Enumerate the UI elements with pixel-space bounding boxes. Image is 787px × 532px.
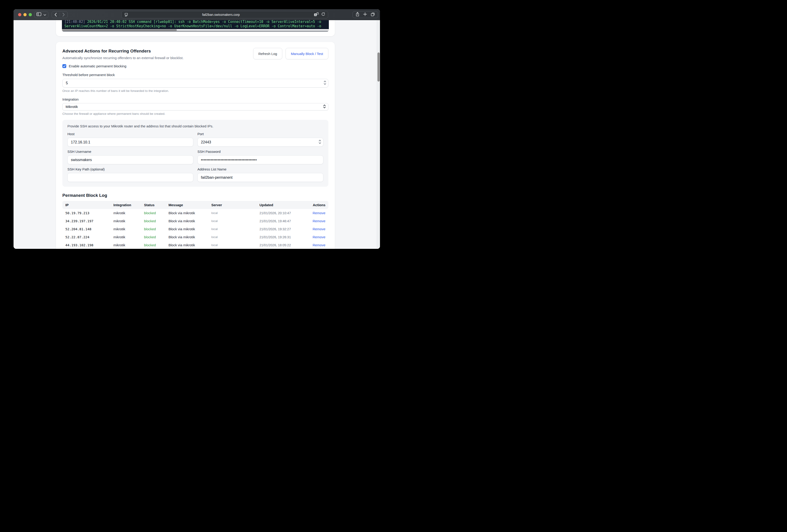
log-terminal: [21:40:02] 2026/01/21 20:40:02 SSH comma… (62, 20, 329, 31)
cell-integration: mikrotik (112, 233, 142, 241)
table-row: 52.22.87.224 mikrotik blocked Block via … (62, 233, 328, 241)
host-input[interactable] (67, 138, 193, 147)
vertical-scrollbar-thumb[interactable] (378, 52, 380, 82)
cell-integration: mikrotik (112, 209, 142, 217)
enable-blocking-checkbox[interactable] (62, 64, 66, 68)
sidebar-toggle-button[interactable] (34, 11, 48, 18)
cell-server: local (209, 225, 257, 233)
threshold-help: Once an IP reaches this number of bans i… (62, 89, 328, 93)
manually-block-test-button[interactable]: Manually Block / Test (285, 48, 328, 59)
block-log-title: Permanent Block Log (62, 193, 328, 198)
cell-status: blocked (142, 209, 167, 217)
terminal-horizontal-scrollbar[interactable] (62, 29, 329, 31)
checkmark-icon (63, 65, 66, 67)
cell-server: local (209, 209, 257, 217)
table-row: 50.19.79.213 mikrotik blocked Block via … (62, 209, 328, 217)
window-action-buttons (353, 11, 378, 18)
cell-integration: mikrotik (112, 241, 142, 249)
url-text[interactable]: fail2ban.swissmakers.corp (128, 13, 314, 17)
remove-link[interactable]: Remove (313, 219, 325, 223)
column-header-server: Server (209, 201, 257, 209)
browser-window: fail2ban.swissmakers.corp A (14, 9, 380, 249)
cell-updated: 21/01/2026, 19:26:31 (257, 233, 308, 241)
cell-ip: 34.239.197.197 (62, 217, 112, 225)
page-content: [21:40:02] 2026/01/21 20:40:02 SSH comma… (14, 20, 380, 249)
forward-chevron-icon (63, 13, 64, 16)
cell-status: blocked (142, 241, 167, 249)
cell-status: blocked (142, 217, 167, 225)
log-terminal-card: [21:40:02] 2026/01/21 20:40:02 SSH comma… (56, 20, 335, 36)
page-format-icon[interactable] (125, 13, 128, 17)
cell-integration: mikrotik (112, 217, 142, 225)
terminal-line: [21:40:02] 2026/01/21 20:40:02 SSH comma… (62, 20, 329, 24)
table-row: 34.239.197.197 mikrotik blocked Block vi… (62, 217, 328, 225)
cell-status: blocked (142, 233, 167, 241)
address-list-name-input[interactable] (197, 173, 323, 182)
reload-icon[interactable] (321, 13, 325, 17)
stepper-icon[interactable] (323, 81, 326, 86)
select-chevrons-icon (323, 104, 326, 110)
stepper-icon[interactable] (319, 139, 321, 145)
section-subtitle: Automatically synchronize recurring offe… (62, 56, 184, 60)
forward-button[interactable] (60, 12, 67, 18)
table-row: 52.204.81.148 mikrotik blocked Block via… (62, 225, 328, 233)
terminal-line: ServerAliveCountMax=2 -o StrictHostKeyCh… (62, 24, 329, 28)
advanced-actions-card: Advanced Actions for Recurring Offenders… (56, 42, 335, 249)
threshold-label: Threshold before permanent block (62, 73, 328, 77)
back-chevron-icon (55, 13, 57, 16)
terminal-timestamp: [21:40:02] (64, 20, 85, 24)
cell-updated: 21/01/2026, 19:32:27 (257, 225, 308, 233)
remove-link[interactable]: Remove (313, 243, 325, 247)
minimize-window-button[interactable] (23, 13, 27, 16)
ssh-username-input[interactable] (67, 155, 193, 164)
section-title: Advanced Actions for Recurring Offenders (62, 49, 184, 53)
remove-link[interactable]: Remove (313, 211, 325, 215)
port-input[interactable] (197, 138, 323, 147)
cell-ip: 52.204.81.148 (62, 225, 112, 233)
ssh-username-label: SSH Username (67, 150, 193, 154)
browser-toolbar: fail2ban.swissmakers.corp A (14, 9, 380, 20)
column-header-ip: IP (62, 201, 112, 209)
close-window-button[interactable] (18, 13, 21, 16)
cell-message: Block via mikrotik (167, 209, 210, 217)
cell-message: Block via mikrotik (167, 225, 210, 233)
new-tab-icon[interactable] (363, 13, 367, 17)
cell-integration: mikrotik (112, 225, 142, 233)
integration-select[interactable]: Mikrotik (62, 103, 328, 110)
table-header-row: IP Integration Status Message Server Upd… (62, 201, 328, 209)
translate-icon[interactable]: A (314, 13, 319, 17)
ssh-password-field[interactable]: •••••••••••••••••••••••••••••••••••••••• (197, 155, 323, 164)
chevron-down-icon (44, 13, 46, 17)
cell-ip: 44.193.102.198 (62, 241, 112, 249)
page-vertical-scrollbar[interactable] (377, 20, 380, 249)
svg-text:A: A (315, 13, 316, 16)
integration-label: Integration (62, 97, 328, 101)
host-label: Host (67, 132, 193, 136)
remove-link[interactable]: Remove (313, 235, 325, 239)
column-header-integration: Integration (112, 201, 142, 209)
ssh-key-path-input[interactable] (67, 173, 193, 182)
cell-ip: 52.22.87.224 (62, 233, 112, 241)
threshold-input[interactable] (62, 79, 328, 88)
share-icon[interactable] (356, 12, 359, 17)
column-header-actions: Actions (308, 201, 328, 209)
cell-message: Block via mikrotik (167, 241, 210, 249)
tab-overview-icon[interactable] (371, 12, 375, 17)
traffic-lights (18, 13, 32, 16)
refresh-log-button[interactable]: Refresh Log (253, 48, 282, 59)
back-button[interactable] (52, 12, 60, 18)
ssh-key-path-label: SSH Key Path (optional) (67, 167, 193, 171)
integration-help: Choose the firewall or appliance where p… (62, 112, 328, 115)
remove-link[interactable]: Remove (313, 227, 325, 231)
horizontal-scrollbar-thumb[interactable] (62, 29, 177, 31)
column-header-updated: Updated (257, 201, 308, 209)
cell-status: blocked (142, 225, 167, 233)
ssh-panel-intro: Provide SSH access to your Mikrotik rout… (67, 124, 323, 128)
sidebar-icon (37, 13, 41, 17)
table-row: 44.193.102.198 mikrotik blocked Block vi… (62, 241, 328, 249)
cell-server: local (209, 233, 257, 241)
address-bar[interactable]: fail2ban.swissmakers.corp A (122, 11, 328, 18)
zoom-window-button[interactable] (29, 13, 32, 16)
navigation-buttons (51, 11, 68, 18)
cell-updated: 21/01/2026, 19:46:47 (257, 217, 308, 225)
